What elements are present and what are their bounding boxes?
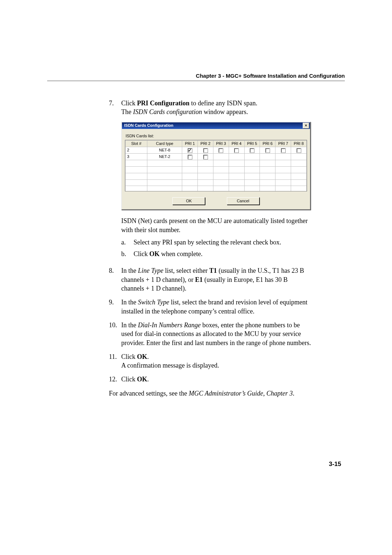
cell-cardtype: NET-2 [147, 154, 182, 160]
col-cardtype[interactable]: Card type [147, 141, 182, 147]
step-7-text-frag3: The [121, 108, 133, 116]
text-bold: OK [150, 250, 160, 258]
text-frag: list, select either [163, 267, 209, 274]
step-12-text: Click OK. [121, 375, 312, 384]
col-pri8[interactable]: PRI 8 [291, 141, 307, 147]
text-italic: Line Type [138, 267, 163, 274]
step-10-text: In the Dial-In Numbers Range boxes, ente… [121, 321, 312, 347]
post-dialog-para: ISDN (Net) cards present on the MCU are … [121, 216, 312, 234]
dialog-body: ISDN Cards list: [122, 129, 310, 210]
col-pri3[interactable]: PRI 3 [213, 141, 229, 147]
text-frag: Click [121, 353, 137, 360]
page-number: 3-15 [329, 461, 341, 468]
cell-cardtype: NET-8 [147, 147, 182, 154]
dialog-titlebar: ISDN Cards Configuration × [122, 122, 310, 129]
text-italic: MGC Administrator’s Guide, Chapter 3 [189, 390, 293, 397]
text-frag: In the [121, 267, 138, 274]
text-frag: . [147, 353, 149, 360]
pri-checkbox[interactable] [219, 148, 223, 153]
table-row: 2 NET-8 [126, 147, 307, 154]
close-icon[interactable]: × [303, 123, 309, 129]
step-11: 11. Click OK. A confirmation message is … [109, 352, 312, 370]
table-row [126, 173, 307, 179]
pri-checkbox[interactable] [203, 148, 208, 153]
pri-checkbox[interactable] [188, 148, 192, 153]
table-header-row: Slot # Card type PRI 1 PRI 2 PRI 3 PRI 4… [126, 141, 307, 147]
col-pri2[interactable]: PRI 2 [198, 141, 213, 147]
pri-checkbox[interactable] [281, 148, 286, 153]
isdn-table: Slot # Card type PRI 1 PRI 2 PRI 3 PRI 4… [125, 140, 307, 191]
cell-slot: 2 [126, 147, 147, 154]
cell-empty [291, 154, 307, 160]
text-bold: T1 [209, 267, 217, 274]
pri-checkbox[interactable] [250, 148, 254, 153]
substep-a: a. Select any PRI span by selecting the … [121, 238, 312, 247]
col-pri7[interactable]: PRI 7 [275, 141, 291, 147]
step-12-number: 12. [109, 375, 121, 384]
list-label: ISDN Cards list: [126, 133, 307, 139]
step-10-number: 10. [109, 321, 121, 347]
col-slot[interactable]: Slot # [126, 141, 147, 147]
cell-empty [260, 154, 275, 160]
table-row: 3 NET-2 [126, 154, 307, 160]
cell-slot: 3 [126, 154, 147, 160]
table-row [126, 166, 307, 173]
cell-empty [229, 154, 244, 160]
header-rule [47, 80, 345, 81]
substep-b-letter: b. [121, 250, 134, 258]
text-frag: In the [121, 299, 138, 306]
cell-empty [213, 154, 229, 160]
step-9-text: In the Switch Type list, select the bran… [121, 298, 312, 316]
step-9: 9. In the Switch Type list, select the b… [109, 298, 312, 316]
step-11-line2: A confirmation message is displayed. [121, 362, 219, 369]
text-frag: when complete. [160, 250, 203, 258]
substep-a-text: Select any PRI span by selecting the rel… [134, 238, 312, 247]
pri-checkbox[interactable] [203, 155, 208, 159]
step-7-italic: ISDN Cards configuration [133, 108, 202, 116]
step-12: 12. Click OK. [109, 375, 312, 384]
pri-checkbox[interactable] [234, 148, 239, 153]
isdn-table-wrap: Slot # Card type PRI 1 PRI 2 PRI 3 PRI 4… [125, 140, 307, 191]
step-11-text: Click OK. A confirmation message is disp… [121, 352, 312, 370]
pri-checkbox[interactable] [297, 148, 301, 153]
col-pri5[interactable]: PRI 5 [244, 141, 260, 147]
text-frag: In the [121, 321, 138, 329]
substep-a-letter: a. [121, 238, 134, 247]
step-11-number: 11. [109, 352, 121, 370]
step-7-bold: PRI Configuration [137, 100, 190, 107]
substep-b: b. Click OK when complete. [121, 250, 312, 258]
cancel-button[interactable]: Cancel [227, 197, 260, 205]
step-7-text: Click PRI Configuration to define any IS… [121, 100, 257, 116]
text-frag: Click [134, 250, 150, 258]
text-frag: boxes [201, 321, 218, 329]
dialog-button-row: OK Cancel [125, 197, 307, 205]
text-frag: . [147, 376, 149, 383]
text-italic: Switch Type [138, 299, 169, 306]
text-bold: E1 [195, 276, 203, 283]
step-7-text-frag4: window appears. [202, 108, 248, 116]
text-frag: . [293, 390, 294, 397]
step-10: 10. In the Dial-In Numbers Range boxes, … [109, 321, 312, 347]
ok-button[interactable]: OK [172, 197, 205, 205]
table-row [126, 160, 307, 166]
step-9-number: 9. [109, 298, 121, 316]
step-7-text-frag: Click [121, 100, 137, 107]
text-bold: OK [137, 376, 147, 383]
isdn-dialog: ISDN Cards Configuration × ISDN Cards li… [121, 122, 311, 210]
step-7: 7. Click PRI Configuration to define any… [109, 99, 312, 261]
substep-b-text: Click OK when complete. [134, 250, 312, 258]
table-row [126, 179, 307, 186]
step-8: 8. In the Line Type list, select either … [109, 266, 312, 293]
pri-checkbox[interactable] [188, 155, 192, 159]
step-7-text-frag2: to define any ISDN span. [189, 100, 257, 107]
table-row [126, 186, 307, 192]
text-bold: OK [137, 353, 147, 360]
pri-checkbox[interactable] [265, 148, 270, 153]
cell-empty [275, 154, 291, 160]
chapter-header: Chapter 3 - MGC+ Software Installation a… [47, 73, 345, 79]
cell-empty [244, 154, 260, 160]
step-7-number: 7. [109, 99, 121, 261]
col-pri6[interactable]: PRI 6 [260, 141, 275, 147]
col-pri1[interactable]: PRI 1 [182, 141, 198, 147]
col-pri4[interactable]: PRI 4 [229, 141, 244, 147]
